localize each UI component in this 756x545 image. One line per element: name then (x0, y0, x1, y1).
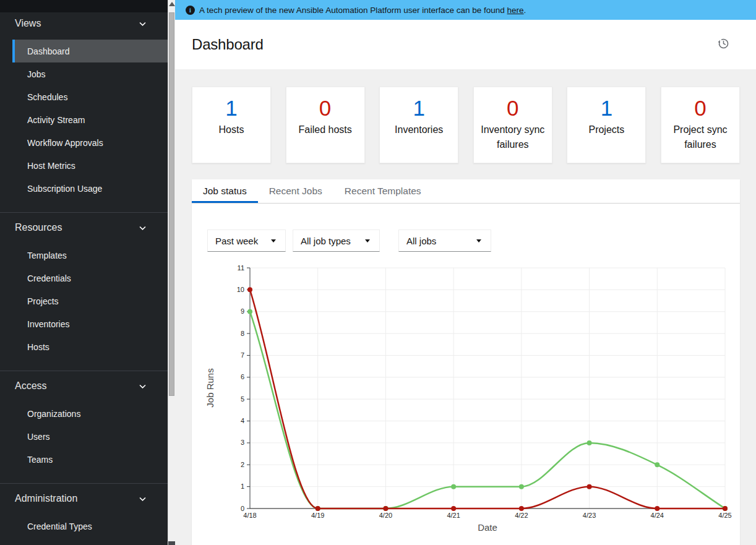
tab-job-status[interactable]: Job status (192, 179, 258, 203)
sidebar-item-workflow-approvals[interactable]: Workflow Approvals (12, 131, 168, 154)
sidebar-item-activity-stream[interactable]: Activity Stream (12, 108, 168, 131)
stat-value: 1 (571, 96, 642, 121)
svg-text:4/21: 4/21 (447, 512, 460, 519)
nav-item-label: Workflow Approvals (27, 138, 103, 148)
y-axis-label: Job Runs (205, 368, 215, 407)
filter-select-past-week[interactable]: Past week (207, 230, 286, 252)
stat-value: 0 (290, 96, 361, 121)
nav-section-toggle-access[interactable]: Access (0, 376, 168, 396)
svg-text:8: 8 (241, 330, 244, 337)
sidebar-item-credential-types[interactable]: Credential Types (12, 515, 168, 538)
scroll-down-button[interactable] (168, 541, 175, 545)
nav-section-label: Administration (15, 493, 77, 504)
filter-select-all-jobs[interactable]: All jobs (398, 230, 491, 252)
tab-bar: Job statusRecent JobsRecent Templates (192, 179, 740, 204)
stat-value: 0 (478, 96, 548, 121)
sidebar-item-teams[interactable]: Teams (12, 448, 168, 471)
summary-card-projects[interactable]: 1Projects (567, 87, 646, 163)
nav-item-label: Organizations (27, 409, 80, 419)
tab-recent-templates[interactable]: Recent Templates (333, 179, 432, 203)
dashboard-content: 1Hosts0Failed hosts1Inventories0Inventor… (175, 69, 756, 545)
sidebar-item-subscription-usage[interactable]: Subscription Usage (12, 177, 168, 200)
chart-filter-toolbar: Past weekAll job typesAll jobs (192, 204, 740, 252)
stat-label: Project sync failures (665, 122, 736, 152)
x-axis-label: Date (478, 522, 497, 533)
nav-section-administration: AdministrationCredential Types (0, 484, 168, 538)
failed-data-point (247, 287, 252, 292)
failed-data-point (655, 506, 659, 511)
sidebar-scrollbar-thumb[interactable] (169, 12, 174, 396)
sidebar-item-organizations[interactable]: Organizations (12, 402, 168, 425)
nav-section-toggle-views[interactable]: Views (0, 14, 168, 33)
successful-data-point (247, 309, 252, 314)
sidebar-item-hosts[interactable]: Hosts (12, 335, 168, 358)
sidebar-item-projects[interactable]: Projects (12, 290, 168, 312)
svg-text:2: 2 (241, 461, 244, 468)
nav-item-label: Jobs (27, 69, 46, 79)
caret-down-icon (365, 239, 370, 242)
svg-text:1: 1 (241, 483, 244, 490)
stat-label: Inventory sync failures (478, 122, 548, 152)
sidebar-item-host-metrics[interactable]: Host Metrics (12, 154, 168, 177)
successful-data-point (587, 440, 592, 445)
summary-card-inventories[interactable]: 1Inventories (379, 87, 458, 163)
select-value: All jobs (406, 236, 436, 246)
nav-item-label: Projects (27, 296, 59, 306)
svg-text:9: 9 (241, 307, 244, 315)
page-header: Dashboard (175, 20, 756, 69)
sidebar-item-templates[interactable]: Templates (12, 244, 168, 267)
nav-item-label: Credential Types (27, 521, 92, 531)
filter-select-all-job-types[interactable]: All job types (293, 230, 380, 252)
nav-section-toggle-administration[interactable]: Administration (0, 489, 168, 509)
failed-data-point (316, 506, 320, 511)
stat-value: 1 (196, 96, 267, 121)
caret-down-icon (271, 239, 276, 242)
stat-label: Failed hosts (290, 122, 361, 137)
sidebar-item-inventories[interactable]: Inventories (12, 312, 168, 335)
nav-item-label: Credentials (27, 273, 71, 283)
failed-data-point (519, 506, 524, 511)
svg-text:4/19: 4/19 (311, 512, 324, 519)
tech-preview-link[interactable]: here (507, 6, 524, 15)
tab-recent-jobs[interactable]: Recent Jobs (258, 179, 333, 203)
svg-text:11: 11 (238, 264, 244, 272)
stat-label: Hosts (196, 122, 267, 137)
nav-section-access: AccessOrganizationsUsersTeams (0, 371, 168, 484)
banner-text: A tech preview of the new Ansible Automa… (199, 6, 526, 15)
chevron-down-icon (139, 20, 147, 28)
sidebar-item-dashboard[interactable]: Dashboard (12, 40, 168, 62)
sidebar-item-users[interactable]: Users (12, 425, 168, 448)
job-status-panel: Job statusRecent JobsRecent Templates Pa… (192, 179, 740, 545)
nav-section-label: Access (15, 380, 47, 392)
history-button[interactable] (717, 37, 730, 52)
stat-value: 1 (384, 96, 454, 121)
sidebar-item-schedules[interactable]: Schedules (12, 85, 168, 108)
sidebar-item-credentials[interactable]: Credentials (12, 267, 168, 290)
svg-text:6: 6 (241, 373, 244, 380)
nav-section-views: ViewsDashboardJobsSchedulesActivity Stre… (0, 12, 168, 213)
scroll-up-arrow-icon[interactable] (169, 2, 175, 6)
sidebar-scrollbar[interactable] (168, 0, 175, 545)
sidebar-item-jobs[interactable]: Jobs (12, 62, 168, 85)
svg-text:4/18: 4/18 (243, 512, 256, 519)
summary-card-hosts[interactable]: 1Hosts (192, 87, 271, 163)
svg-text:5: 5 (241, 395, 244, 403)
nav-item-label: Teams (27, 455, 53, 465)
nav-item-label: Subscription Usage (27, 184, 102, 194)
svg-text:4/22: 4/22 (515, 512, 528, 519)
sidebar-top-strip (0, 0, 168, 12)
chevron-down-icon (139, 382, 147, 390)
chart-grid (250, 268, 725, 509)
sidebar: ViewsDashboardJobsSchedulesActivity Stre… (0, 0, 168, 545)
nav-section-toggle-resources[interactable]: Resources (0, 218, 168, 238)
summary-card-project-sync-failures[interactable]: 0Project sync failures (661, 87, 740, 163)
summary-card-inventory-sync-failures[interactable]: 0Inventory sync failures (473, 87, 552, 163)
successful-series (247, 309, 728, 511)
svg-text:10: 10 (237, 286, 244, 293)
nav-section-label: Resources (15, 222, 62, 233)
nav-item-label: Dashboard (27, 46, 70, 56)
summary-card-failed-hosts[interactable]: 0Failed hosts (286, 87, 365, 163)
svg-text:0: 0 (241, 505, 244, 512)
svg-text:4: 4 (241, 417, 244, 424)
successful-data-point (451, 484, 456, 489)
